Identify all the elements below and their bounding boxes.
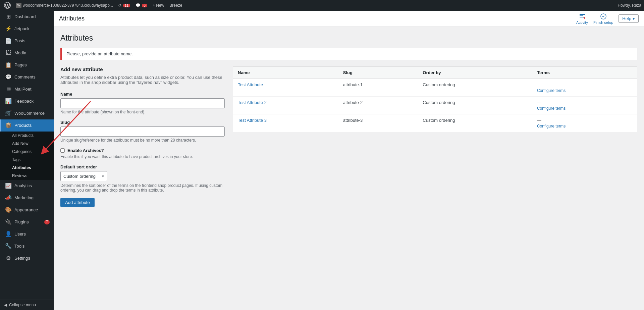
woocommerce-icon: 🛒 bbox=[5, 110, 12, 117]
help-chevron-icon: ▾ bbox=[633, 16, 635, 21]
sort-order-select[interactable]: Custom ordering Name Name (numeric) Term… bbox=[60, 171, 107, 181]
help-label: Help bbox=[622, 16, 631, 21]
users-icon: 👤 bbox=[5, 231, 12, 238]
row3-configure-link[interactable]: Configure terms bbox=[537, 124, 566, 128]
col-order-by: Order by bbox=[418, 67, 532, 79]
enable-archives-group: Enable Archives? Enable this if you want… bbox=[60, 148, 225, 159]
wp-logo-icon[interactable] bbox=[3, 1, 12, 10]
sidebar-item-label-appearance: Appearance bbox=[14, 207, 38, 213]
col-terms: Terms bbox=[532, 67, 637, 79]
row1-configure-link[interactable]: Configure terms bbox=[537, 88, 566, 93]
new-bar-item[interactable]: + New bbox=[150, 0, 167, 11]
admin-bar-items: W woocommerce-1008822-3797843.cloudwaysa… bbox=[13, 0, 618, 11]
sidebar-item-label-media: Media bbox=[14, 50, 26, 56]
sidebar-item-dashboard[interactable]: ⊞ Dashboard bbox=[0, 11, 54, 23]
sidebar-item-plugins[interactable]: 🔌 Plugins 7 bbox=[0, 216, 54, 228]
row2-terms-cell: — Configure terms bbox=[532, 97, 637, 114]
analytics-icon: 📈 bbox=[5, 183, 12, 189]
error-notice: Please, provide an attribute name. bbox=[60, 48, 637, 60]
sidebar-item-label-dashboard: Dashboard bbox=[14, 14, 36, 20]
row3-name-cell: Test Attribute 3 bbox=[233, 114, 338, 132]
row1-terms-cell: — Configure terms bbox=[532, 79, 637, 97]
row1-order-cell: Custom ordering bbox=[418, 79, 532, 97]
sidebar-item-media[interactable]: 🖼 Media bbox=[0, 47, 54, 59]
breeze-bar-item[interactable]: Breeze bbox=[167, 0, 185, 11]
sidebar-item-attributes[interactable]: Attributes bbox=[0, 164, 54, 172]
products-submenu: All Products Add New Categories Tags Att… bbox=[0, 132, 54, 180]
add-attribute-button[interactable]: Add attribute bbox=[60, 198, 95, 207]
sidebar-item-label-jetpack: Jetpack bbox=[14, 26, 30, 32]
finish-setup-button[interactable]: Finish setup bbox=[593, 13, 613, 24]
help-button[interactable]: Help ▾ bbox=[619, 14, 639, 23]
sidebar-item-products[interactable]: 📦 Products bbox=[0, 119, 54, 132]
table-header: Name Slug Order by Terms bbox=[233, 67, 637, 79]
sidebar-item-label-analytics: Analytics bbox=[14, 183, 32, 189]
notice-message: Please, provide an attribute name. bbox=[66, 51, 633, 56]
sidebar-item-comments[interactable]: 💬 Comments bbox=[0, 71, 54, 83]
enable-archives-checkbox[interactable] bbox=[60, 148, 65, 153]
sidebar-item-add-new[interactable]: Add New bbox=[0, 140, 54, 148]
sidebar-item-analytics[interactable]: 📈 Analytics bbox=[0, 180, 54, 192]
plugins-badge: 7 bbox=[44, 220, 50, 224]
activity-button[interactable]: Activity bbox=[576, 13, 588, 24]
sort-order-desc: Determines the sort order of the terms o… bbox=[60, 183, 225, 193]
sidebar-item-marketing[interactable]: 📣 Marketing bbox=[0, 192, 54, 204]
page-heading: Attributes bbox=[60, 34, 637, 43]
row2-configure-link[interactable]: Configure terms bbox=[537, 106, 566, 111]
sidebar-item-settings[interactable]: ⚙ Settings bbox=[0, 252, 54, 264]
sidebar-item-label-pages: Pages bbox=[14, 62, 27, 68]
sidebar-item-tools[interactable]: 🔧 Tools bbox=[0, 240, 54, 252]
sidebar-item-categories[interactable]: Categories bbox=[0, 148, 54, 156]
enable-archives-hint: Enable this if you want this attribute t… bbox=[60, 154, 225, 159]
settings-icon: ⚙ bbox=[5, 255, 12, 262]
enable-archives-checkbox-row: Enable Archives? bbox=[60, 148, 225, 153]
sort-order-group: Default sort order Custom ordering Name … bbox=[60, 164, 225, 193]
collapse-menu[interactable]: ◀ Collapse menu bbox=[0, 300, 54, 310]
reviews-label: Reviews bbox=[12, 173, 27, 178]
comments-bar-item[interactable]: 💬 0 bbox=[133, 0, 150, 11]
updates-count: 11 bbox=[123, 4, 130, 7]
finish-setup-icon bbox=[600, 13, 607, 20]
activity-label: Activity bbox=[576, 20, 588, 24]
col-slug: Slug bbox=[338, 67, 418, 79]
row1-slug-cell: attribute-1 bbox=[338, 79, 418, 97]
sidebar-item-label-mailpoet: MailPoet bbox=[14, 86, 32, 92]
sidebar-item-users[interactable]: 👤 Users bbox=[0, 228, 54, 240]
sort-order-label: Default sort order bbox=[60, 164, 225, 169]
sidebar-item-tags[interactable]: Tags bbox=[0, 156, 54, 164]
row2-terms-dash: — bbox=[537, 100, 632, 105]
row3-name-link[interactable]: Test Attribute 3 bbox=[238, 118, 334, 123]
sidebar: ⊞ Dashboard ⚡ Jetpack 📄 Posts 🖼 Media 📋 … bbox=[0, 11, 54, 310]
row1-terms-dash: — bbox=[537, 82, 632, 87]
row2-name-link[interactable]: Test Attribute 2 bbox=[238, 100, 334, 105]
sidebar-item-pages[interactable]: 📋 Pages bbox=[0, 59, 54, 71]
site-name-bar-item[interactable]: W woocommerce-1008822-3797843.cloudwaysa… bbox=[13, 0, 116, 11]
slug-input[interactable] bbox=[60, 126, 225, 137]
posts-icon: 📄 bbox=[5, 38, 12, 44]
name-field-group: Name Name for the attribute (shown on th… bbox=[60, 92, 225, 114]
sidebar-item-mailpoet[interactable]: ✉ MailPoet bbox=[0, 83, 54, 95]
attributes-label: Attributes bbox=[12, 165, 31, 170]
sidebar-item-appearance[interactable]: 🎨 Appearance bbox=[0, 204, 54, 216]
comments-count: 0 bbox=[142, 4, 147, 7]
main-content: Attributes Activity bbox=[54, 11, 644, 310]
sidebar-item-all-products[interactable]: All Products bbox=[0, 132, 54, 140]
row3-terms-dash: — bbox=[537, 118, 632, 123]
name-hint: Name for the attribute (shown on the fro… bbox=[60, 110, 225, 114]
name-input[interactable] bbox=[60, 98, 225, 108]
row2-order: Custom ordering bbox=[423, 100, 455, 105]
row3-terms-cell: — Configure terms bbox=[532, 114, 637, 132]
sidebar-item-feedback[interactable]: 📊 Feedback bbox=[0, 95, 54, 107]
sidebar-item-jetpack[interactable]: ⚡ Jetpack bbox=[0, 23, 54, 35]
plugins-icon: 🔌 bbox=[5, 219, 12, 225]
sidebar-item-woocommerce[interactable]: 🛒 WooCommerce bbox=[0, 107, 54, 119]
row1-name-link[interactable]: Test Attribute bbox=[238, 82, 334, 87]
updates-bar-item[interactable]: ⟳ 11 bbox=[116, 0, 133, 11]
top-bar-right: Activity Finish setup Help ▾ bbox=[576, 13, 639, 24]
admin-bar: W woocommerce-1008822-3797843.cloudwaysa… bbox=[0, 0, 644, 11]
sidebar-item-posts[interactable]: 📄 Posts bbox=[0, 35, 54, 47]
sidebar-item-label-posts: Posts bbox=[14, 38, 25, 44]
sidebar-item-reviews[interactable]: Reviews bbox=[0, 172, 54, 180]
new-label: + New bbox=[153, 3, 164, 8]
table-body: Test Attribute attribute-1 Custom orderi… bbox=[233, 79, 637, 132]
